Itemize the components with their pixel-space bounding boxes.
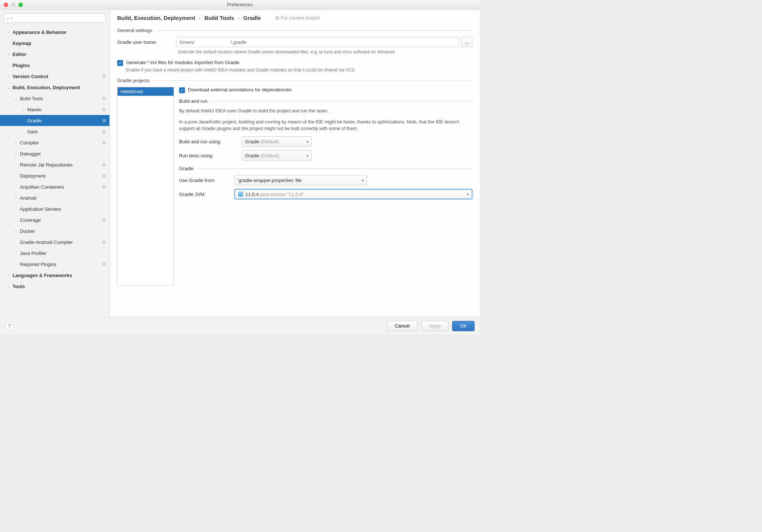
tree-item-label: Remote Jar Repositories (20, 162, 109, 168)
tree-item[interactable]: Keymap (0, 38, 109, 49)
tree-item-label: Deployment (20, 173, 109, 179)
tree-item[interactable]: Gradle⧉ (0, 115, 109, 126)
copy-icon: ⧉ (276, 15, 279, 21)
tree-item[interactable]: Remote Jar Repositories⧉ (0, 159, 109, 170)
copy-icon: ⧉ (102, 239, 106, 245)
subsection-build-run: Build and run (179, 98, 472, 104)
tree-item-label: Docker (20, 228, 109, 234)
tree-item-label: Version Control (13, 74, 109, 79)
copy-icon: ⧉ (102, 262, 106, 267)
tree-item[interactable]: ›Version Control⧉ (0, 71, 109, 82)
browse-button[interactable]: … (461, 37, 472, 47)
tree-item[interactable]: Coverage⧉ (0, 214, 109, 225)
tree-item-label: Plugins (13, 63, 109, 68)
main-panel: Build, Execution, Deployment › Build Too… (110, 10, 480, 317)
crumb-2: Build Tools (205, 15, 234, 21)
chevron-down-icon: ▾ (362, 178, 364, 182)
copy-icon: ⧉ (102, 96, 106, 101)
tree-item-label: Debugger (20, 151, 109, 157)
crumb-sep: › (199, 15, 201, 21)
copy-icon: ⧉ (102, 184, 106, 189)
tree-item[interactable]: ›Languages & Frameworks (0, 270, 109, 281)
tree-item[interactable]: Plugins (0, 60, 109, 71)
build-run-note-1: By default IntelliJ IDEA uses Gradle to … (179, 108, 472, 114)
project-item[interactable]: HelloDroid (118, 87, 174, 96)
copy-icon: ⧉ (102, 107, 106, 112)
generate-iml-label: Generate *.iml files for modules importe… (126, 60, 240, 65)
tree-item[interactable]: ›Tools (0, 281, 109, 292)
search-icon: ⌕ (6, 15, 9, 21)
search-input[interactable] (14, 15, 103, 21)
copy-icon: ⧉ (102, 129, 106, 134)
settings-tree: ›Appearance & BehaviorKeymap›EditorPlugi… (0, 27, 109, 317)
download-annotations-label: Download external annotations for depend… (188, 87, 292, 92)
tree-item-label: Build, Execution, Deployment (13, 85, 109, 90)
build-using-label: Build and run using: (179, 139, 242, 144)
tree-item-label: Editor (13, 52, 109, 57)
chevron-icon: › (14, 141, 18, 145)
gradle-jvm-combo[interactable]: 11.0.4 java version "11.0.4" ▾ (234, 189, 472, 199)
gradle-jvm-label: Gradle JVM: (179, 192, 234, 197)
cancel-button[interactable]: Cancel (387, 321, 417, 331)
copy-icon: ⧉ (102, 140, 106, 145)
project-list[interactable]: HelloDroid (117, 87, 174, 286)
tree-item-label: Languages & Frameworks (13, 273, 109, 278)
tree-item[interactable]: Required Plugins⧉ (0, 259, 109, 270)
tests-using-combo[interactable]: Gradle (Default) ▾ (242, 150, 312, 161)
tree-item[interactable]: ›Editor (0, 49, 109, 60)
tree-item[interactable]: ›Maven⧉ (0, 104, 109, 115)
build-using-combo[interactable]: Gradle (Default) ▾ (242, 136, 312, 147)
ok-button[interactable]: OK (452, 321, 475, 331)
tree-item[interactable]: Application Servers (0, 203, 109, 214)
tree-item[interactable]: Gradle-Android Compiler⧉ (0, 237, 109, 248)
tree-item[interactable]: ›Debugger (0, 148, 109, 159)
tree-item-label: Compiler (20, 140, 109, 146)
tree-item-label: Required Plugins (20, 262, 109, 267)
copy-icon: ⧉ (102, 162, 106, 167)
tree-item-label: Build Tools (20, 96, 109, 101)
tree-item[interactable]: ›Deployment⧉ (0, 170, 109, 181)
section-projects: Gradle projects (117, 78, 472, 83)
generate-iml-hint: Enable if you have a mixed project with … (126, 67, 472, 73)
crumb-1: Build, Execution, Deployment (117, 15, 195, 21)
apply-button[interactable]: Apply (421, 321, 449, 331)
chevron-icon: › (7, 30, 10, 34)
tree-item[interactable]: Arquillian Containers⧉ (0, 181, 109, 192)
tree-item[interactable]: ›Docker (0, 225, 109, 237)
tree-item[interactable]: Gant⧉ (0, 126, 109, 137)
build-run-note-2: In a pure Java/Kotlin project, building … (179, 119, 472, 132)
gradle-home-input[interactable] (176, 37, 459, 47)
chevron-down-icon: ▾ (307, 154, 308, 158)
chevron-icon: › (14, 251, 18, 255)
window-title: Preferences (0, 2, 480, 7)
chevron-icon: › (14, 174, 18, 178)
chevron-icon: › (14, 196, 18, 200)
copy-icon: ⧉ (102, 173, 106, 178)
download-annotations-checkbox[interactable]: ✓ (179, 87, 185, 93)
tree-item[interactable]: ›Compiler⧉ (0, 137, 109, 148)
breadcrumb: Build, Execution, Deployment › Build Too… (117, 15, 472, 21)
tree-item-label: Gant (27, 129, 109, 134)
help-button[interactable]: ? (5, 322, 14, 330)
sidebar: ⌕ ▾ ›Appearance & BehaviorKeymap›EditorP… (0, 10, 110, 317)
search-field[interactable]: ⌕ ▾ (4, 13, 106, 23)
chevron-icon: ⌄ (14, 97, 18, 101)
tree-item[interactable]: ›Android (0, 192, 109, 203)
tree-item[interactable]: ›Java Profiler (0, 248, 109, 259)
generate-iml-checkbox[interactable]: ✓ (117, 60, 123, 66)
use-gradle-from-combo[interactable]: 'gradle-wrapper.properties' file ▾ (234, 175, 367, 185)
footer: ? Cancel Apply OK (0, 317, 480, 335)
chevron-down-icon: ▾ (307, 140, 308, 144)
gradle-home-hint: Override the default location where Grad… (178, 49, 472, 55)
section-general: General settings (117, 28, 472, 33)
search-dropdown-icon[interactable]: ▾ (11, 16, 13, 20)
tree-item-label: Application Servers (20, 206, 109, 212)
chevron-icon: › (7, 284, 10, 288)
tree-item-label: Gradle-Android Compiler (20, 239, 109, 245)
project-details: ✓ Download external annotations for depe… (179, 87, 472, 286)
tree-item[interactable]: ›Appearance & Behavior (0, 27, 109, 38)
tree-item-label: Android (20, 195, 109, 201)
tree-item[interactable]: ⌄Build Tools⧉ (0, 93, 109, 104)
tree-item[interactable]: ⌄Build, Execution, Deployment (0, 82, 109, 93)
subsection-gradle: Gradle (179, 166, 472, 171)
